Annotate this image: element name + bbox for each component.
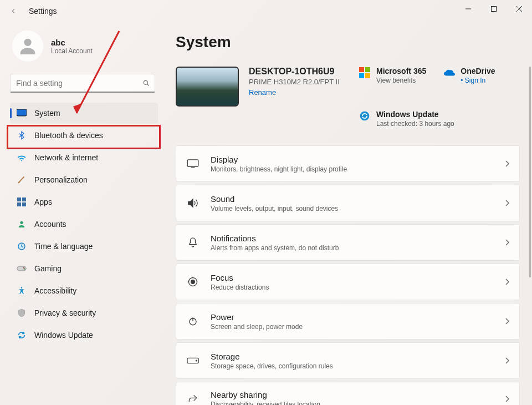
sidebar-item-time[interactable]: Time & language <box>10 236 158 257</box>
account-name: abc <box>51 38 93 47</box>
card-sound[interactable]: Sound Volume levels, output, input, soun… <box>176 185 520 221</box>
sidebar-item-label: System <box>34 109 60 118</box>
account-block[interactable]: abc Local Account <box>10 31 158 62</box>
settings-cards: Display Monitors, brightness, night ligh… <box>176 145 520 405</box>
accounts-icon <box>17 219 27 229</box>
promo-title: Windows Update <box>376 110 454 119</box>
onedrive-icon <box>443 67 455 79</box>
chevron-right-icon <box>505 279 509 285</box>
promo-sub[interactable]: • Sign In <box>461 77 495 84</box>
svg-point-13 <box>20 221 23 224</box>
minimize-button[interactable] <box>456 0 481 18</box>
device-name: DESKTOP-1OTH6U9 <box>249 67 340 77</box>
chevron-right-icon <box>505 396 509 402</box>
titlebar: Settings <box>0 0 532 22</box>
sidebar-item-label: Windows Update <box>34 331 93 340</box>
svg-point-17 <box>24 269 25 270</box>
power-icon <box>186 316 200 326</box>
svg-rect-10 <box>22 198 26 201</box>
back-button[interactable] <box>6 3 21 19</box>
card-notifications[interactable]: Notifications Alerts from apps and syste… <box>176 224 520 261</box>
card-title: Notifications <box>211 234 494 243</box>
sidebar-item-update[interactable]: Windows Update <box>10 325 158 346</box>
share-icon <box>186 393 200 404</box>
card-storage[interactable]: Storage Storage space, drives, configura… <box>176 342 520 379</box>
card-sub: Storage space, drives, configuration rul… <box>211 362 494 370</box>
sidebar-item-network[interactable]: Network & internet <box>10 147 158 168</box>
bell-icon <box>186 237 200 248</box>
svg-point-4 <box>24 39 31 46</box>
sidebar-item-accounts[interactable]: Accounts <box>10 214 158 235</box>
card-display[interactable]: Display Monitors, brightness, night ligh… <box>176 145 520 182</box>
svg-point-18 <box>21 287 23 288</box>
sidebar-item-bluetooth[interactable]: Bluetooth & devices <box>10 125 158 146</box>
sidebar-item-privacy[interactable]: Privacy & security <box>10 302 158 323</box>
card-title: Nearby sharing <box>211 390 494 399</box>
search-input[interactable] <box>15 78 142 88</box>
card-sub: Reduce distractions <box>211 284 494 291</box>
sidebar-item-label: Accounts <box>34 220 66 229</box>
chevron-right-icon <box>505 239 509 246</box>
card-title: Storage <box>211 352 494 361</box>
svg-rect-23 <box>359 73 364 78</box>
sidebar-item-accessibility[interactable]: Accessibility <box>10 280 158 301</box>
svg-rect-7 <box>17 109 27 116</box>
card-title: Display <box>211 155 494 164</box>
storage-icon <box>186 357 200 364</box>
sidebar-item-label: Personalization <box>34 175 88 184</box>
card-sub: Alerts from apps and system, do not dist… <box>211 244 494 252</box>
sidebar-item-label: Privacy & security <box>34 308 96 317</box>
rename-link[interactable]: Rename <box>249 88 340 97</box>
network-icon <box>17 153 27 163</box>
sidebar-item-system[interactable]: System <box>10 103 158 124</box>
sound-icon <box>186 198 200 208</box>
device-thumbnail <box>176 67 239 107</box>
promo-m365[interactable]: Microsoft 365 View benefits <box>359 67 426 84</box>
card-title: Focus <box>211 273 494 282</box>
card-sub: Discoverability, received files location <box>211 401 494 406</box>
svg-rect-11 <box>17 202 21 206</box>
search-icon <box>142 79 150 87</box>
update-icon <box>17 330 27 340</box>
svg-point-16 <box>23 267 24 268</box>
svg-rect-24 <box>365 73 370 78</box>
svg-rect-22 <box>365 67 370 72</box>
svg-rect-26 <box>187 160 198 166</box>
card-nearby[interactable]: Nearby sharing Discoverability, received… <box>176 382 520 405</box>
sidebar-item-apps[interactable]: Apps <box>10 191 158 212</box>
svg-point-29 <box>191 280 195 284</box>
device-block: DESKTOP-1OTH6U9 PRIME H310M2 R2.0/FPT II… <box>176 67 347 107</box>
sidebar: abc Local Account System Bluetooth & d <box>0 22 163 405</box>
chevron-right-icon <box>505 160 509 167</box>
apps-icon <box>17 197 27 207</box>
update-icon <box>359 110 371 122</box>
svg-point-25 <box>360 112 370 121</box>
gaming-icon <box>17 264 27 274</box>
search-box[interactable] <box>10 74 155 93</box>
clock-icon <box>17 241 27 251</box>
card-title: Power <box>211 312 494 322</box>
promo-update[interactable]: Windows Update Last checked: 3 hours ago <box>359 110 520 128</box>
close-button[interactable] <box>507 0 532 18</box>
m365-icon <box>359 67 371 79</box>
sidebar-item-personalization[interactable]: Personalization <box>10 169 158 190</box>
card-sub: Screen and sleep, power mode <box>211 323 494 331</box>
svg-rect-1 <box>492 7 497 12</box>
page-title: System <box>176 33 520 51</box>
maximize-button[interactable] <box>481 0 507 18</box>
sidebar-item-label: Accessibility <box>34 286 76 295</box>
svg-point-5 <box>144 80 147 84</box>
svg-line-6 <box>147 84 149 85</box>
chevron-right-icon <box>505 200 509 206</box>
device-model: PRIME H310M2 R2.0/FPT II <box>249 78 340 86</box>
card-focus[interactable]: Focus Reduce distractions <box>176 264 520 300</box>
svg-point-33 <box>196 360 197 361</box>
promo-onedrive[interactable]: OneDrive • Sign In <box>443 67 495 84</box>
display-icon <box>186 159 200 168</box>
account-type: Local Account <box>51 47 93 55</box>
promo-sub: View benefits <box>376 77 426 84</box>
window-controls <box>456 0 532 18</box>
card-power[interactable]: Power Screen and sleep, power mode <box>176 303 520 340</box>
scrollbar[interactable] <box>529 67 531 277</box>
sidebar-item-gaming[interactable]: Gaming <box>10 258 158 279</box>
